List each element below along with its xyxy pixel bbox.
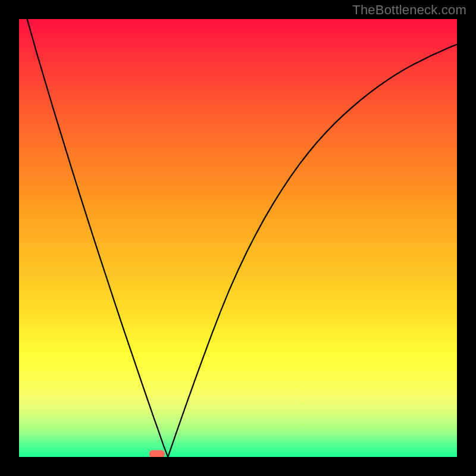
watermark-text: TheBottleneck.com [352, 2, 466, 18]
bottleneck-plot [19, 19, 457, 457]
plot-svg [19, 19, 457, 457]
bottleneck-curve [19, 19, 457, 457]
optimal-point-marker [149, 450, 165, 458]
